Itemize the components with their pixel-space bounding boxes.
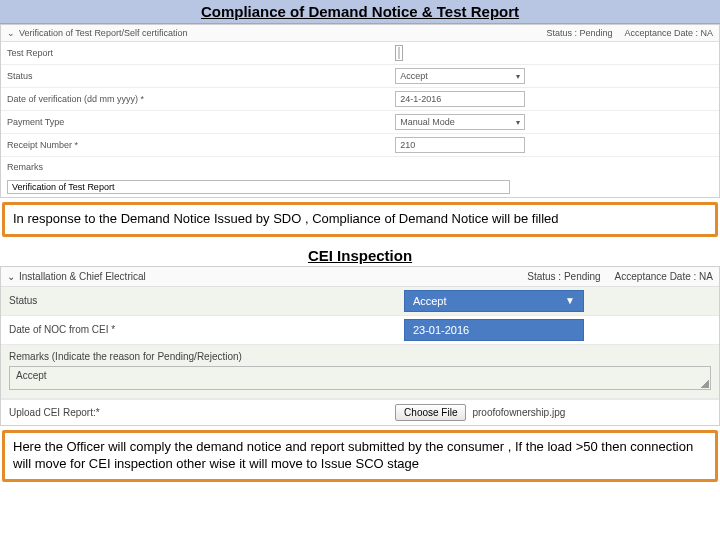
verification-panel-header[interactable]: ⌄ Verification of Test Report/Self certi… [1,25,719,42]
cei-date-value: 23-01-2016 [413,324,469,336]
remarks-label: Remarks [7,162,395,172]
section2-callout: Here the Officer will comply the demand … [2,430,718,482]
status-label: Status [7,71,395,81]
cei-row-status: Status Accept ▼ [1,287,719,316]
receipt-value: 210 [400,140,415,150]
cei-status-label: Status [1,291,396,310]
cei-acceptance-date: Acceptance Date : NA [615,271,713,282]
verification-panel: ⌄ Verification of Test Report/Self certi… [0,24,720,198]
cei-row-upload: Upload CEI Report:* Choose File proofofo… [1,399,719,425]
payment-label: Payment Type [7,117,395,127]
caret-down-icon: ▾ [516,118,520,127]
cei-status-select[interactable]: Accept ▼ [404,290,584,312]
section2-callout-text: Here the Officer will comply the demand … [13,439,693,471]
date-value: 24-1-2016 [400,94,441,104]
chevron-down-icon: ⌄ [7,271,15,282]
receipt-input[interactable]: 210 [395,137,525,153]
section2-title: CEI Inspection [0,241,720,266]
chosen-file-name: proofofownership.jpg [472,407,565,418]
payment-select[interactable]: Manual Mode ▾ [395,114,525,130]
date-label: Date of verification (dd mm yyyy) * [7,94,395,104]
row-test-report: Test Report [1,42,719,65]
test-report-label: Test Report [7,48,395,58]
cei-status-value: Accept [413,295,447,307]
verification-final-input[interactable]: Verification of Test Report [7,180,510,194]
choose-file-button[interactable]: Choose File [395,404,466,421]
cei-remarks-value: Accept [16,370,47,381]
section1-title-bar: Compliance of Demand Notice & Test Repor… [0,0,720,24]
panel-acceptance-date: Acceptance Date : NA [624,28,713,38]
cei-remarks-label: Remarks (Indicate the reason for Pending… [1,349,719,364]
status-value: Accept [400,71,428,81]
row-remarks: Remarks [1,157,719,177]
caret-down-icon: ▾ [516,72,520,81]
row-date: Date of verification (dd mm yyyy) * 24-1… [1,88,719,111]
date-input[interactable]: 24-1-2016 [395,91,525,107]
row-payment: Payment Type Manual Mode ▾ [1,111,719,134]
panel-status: Status : Pending [546,28,612,38]
chevron-down-icon: ⌄ [7,28,15,38]
cei-remarks-textarea[interactable]: Accept [9,366,711,390]
receipt-label: Receipt Number * [7,140,395,150]
verification-final-value: Verification of Test Report [12,182,114,192]
cei-panel-header[interactable]: ⌄ Installation & Chief Electrical Status… [1,267,719,287]
row-receipt: Receipt Number * 210 [1,134,719,157]
payment-value: Manual Mode [400,117,455,127]
panel-header-title: Verification of Test Report/Self certifi… [19,28,187,38]
cei-date-input[interactable]: 23-01-2016 [404,319,584,341]
cei-row-date: Date of NOC from CEI * 23-01-2016 [1,316,719,345]
cei-status: Status : Pending [527,271,600,282]
cei-row-remarks: Remarks (Indicate the reason for Pending… [1,345,719,399]
row-status: Status Accept ▾ [1,65,719,88]
cei-upload-label: Upload CEI Report:* [9,407,100,418]
section1-callout-text: In response to the Demand Notice Issued … [13,211,559,226]
section1-title: Compliance of Demand Notice & Test Repor… [201,3,519,20]
test-report-thumbnail[interactable] [395,45,403,61]
section1-callout: In response to the Demand Notice Issued … [2,202,718,237]
caret-down-icon: ▼ [565,295,575,306]
cei-date-label: Date of NOC from CEI * [9,324,115,335]
status-select[interactable]: Accept ▾ [395,68,525,84]
cei-panel: ⌄ Installation & Chief Electrical Status… [0,266,720,426]
cei-header-title: Installation & Chief Electrical [19,271,146,282]
